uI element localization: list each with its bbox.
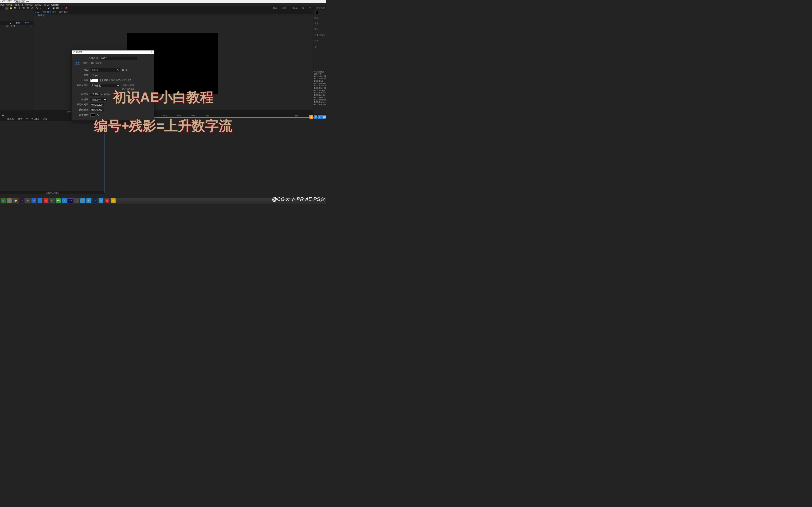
rotate-tool[interactable]: ↻	[18, 7, 21, 10]
timeline-left-footer[interactable]: 切换开关/模式	[0, 191, 105, 194]
start-button[interactable]: ⊞	[1, 199, 6, 203]
bg-color-swatch[interactable]	[91, 113, 95, 117]
taskbar-app[interactable]: K	[62, 199, 67, 203]
resolution-select[interactable]: 四分之一	[91, 98, 107, 101]
puppet-tool[interactable]: 📌	[64, 7, 68, 10]
panel-align[interactable]: 对齐	[314, 39, 326, 43]
workspace-more[interactable]: >>	[308, 7, 311, 10]
search-help[interactable]: 搜索帮助	[316, 7, 325, 10]
effects-item[interactable]: BCC Art Looks	[313, 77, 326, 80]
panel-library[interactable]: 库	[314, 45, 326, 49]
ime-lang-icon[interactable]: 中	[314, 115, 317, 119]
preset-select[interactable]: 自定义	[91, 68, 120, 72]
width-value[interactable]: 100	[91, 74, 94, 76]
effects-item[interactable]: BCC Obsolete	[313, 99, 326, 101]
workspace-small[interactable]: 小屏幕	[291, 7, 298, 10]
taskbar-app[interactable]: 🎵	[74, 199, 79, 203]
dialog-tab-advanced[interactable]: 高级	[83, 61, 88, 65]
taskbar-photoshop[interactable]: Ps	[93, 199, 97, 203]
menu-help[interactable]: 帮助(H)	[51, 3, 59, 7]
save-preset-icon[interactable]: ▦	[122, 69, 124, 71]
taskbar-wechat[interactable]: 💬	[56, 199, 61, 203]
zoom-tool[interactable]: 🔍	[14, 7, 17, 10]
taskbar-edge[interactable]: e	[87, 199, 91, 203]
hand-tool[interactable]: ✋	[9, 7, 13, 10]
pixel-aspect-select[interactable]: 方形像素	[91, 84, 120, 87]
taskbar-app[interactable]: 🔴	[44, 199, 48, 203]
panel-effects[interactable]: 效果和预设	[314, 33, 326, 37]
height-input[interactable]	[91, 78, 98, 82]
timeline-search-icon[interactable]: 🔍	[2, 115, 5, 117]
pen-tool[interactable]: ✒	[39, 7, 42, 10]
home-tool[interactable]: ⌂	[1, 7, 4, 10]
clone-tool[interactable]: ▣	[52, 7, 55, 10]
menu-layer[interactable]: 图层(L)	[6, 3, 13, 7]
start-time-input[interactable]	[91, 103, 104, 106]
effects-item[interactable]: BCC Match Move	[313, 96, 326, 99]
ime-face-icon[interactable]: ☺	[318, 115, 322, 119]
eraser-tool[interactable]: ⌫	[56, 7, 59, 10]
duration-input[interactable]	[91, 108, 104, 111]
ime-keyboard-icon[interactable]: ⌨	[322, 115, 326, 119]
taskbar-app[interactable]: 🦋	[80, 199, 85, 203]
dialog-tab-3d[interactable]: 3D 渲染器	[91, 61, 102, 65]
delete-preset-icon[interactable]: 🗑	[125, 69, 128, 71]
pan-tool[interactable]: ⊞	[26, 7, 30, 10]
workspace-library[interactable]: 库	[302, 7, 304, 10]
effects-item[interactable]: BCC 3D Objects	[313, 75, 326, 77]
anchor-tool[interactable]: ⊕	[31, 7, 34, 10]
comp-name-input[interactable]	[100, 57, 137, 60]
eyedropper-icon[interactable]: ✎	[97, 114, 99, 116]
effects-item[interactable]: BCC Film Style	[313, 87, 326, 89]
effects-item[interactable]: BCC Browser	[313, 82, 326, 84]
lock-aspect-checkbox[interactable]	[100, 79, 103, 81]
taskbar-chrome[interactable]: C	[50, 199, 54, 203]
taskbar-ie[interactable]: e	[99, 199, 103, 203]
effects-item[interactable]: BCC Key & Blend	[313, 92, 326, 94]
workspace-default[interactable]: 默认	[273, 7, 277, 10]
viewer-sub-tab[interactable]: 数字流	[34, 14, 313, 17]
taskbar-explorer[interactable]: 📁	[13, 199, 18, 203]
panel-info[interactable]: 信息	[314, 16, 326, 20]
taskbar-app[interactable]: 🌐	[7, 199, 12, 203]
taskbar-aftereffects[interactable]: Ae	[68, 199, 73, 203]
viewer-zoom[interactable]: 50%	[67, 111, 71, 113]
project-item-composition[interactable]: 合成 ⌂	[0, 25, 34, 28]
taskbar-premiere[interactable]: Pr	[19, 199, 24, 203]
effects-item[interactable]: BCC Color & Tone	[313, 84, 326, 87]
panel-audio[interactable]: 音频	[314, 21, 326, 25]
selection-tool[interactable]: ▭	[5, 7, 8, 10]
dialog-tab-basic[interactable]: 基本	[75, 61, 80, 65]
effects-item[interactable]: BCC Blur	[313, 80, 326, 82]
panel-preview[interactable]: 预览	[314, 27, 326, 32]
framerate-dropdown-icon[interactable]: ▾	[101, 93, 102, 96]
color-swatch[interactable]	[315, 11, 318, 14]
viewer-tab-controls[interactable]: ▸ ■	[36, 11, 39, 13]
dialog-titlebar[interactable]: 合成设置 ×	[72, 50, 154, 54]
rect-tool[interactable]: ▢	[35, 7, 38, 10]
taskbar-app[interactable]: 🎮	[26, 199, 30, 203]
viewer-tab-footage[interactable]: 素材 (无)	[59, 10, 68, 14]
taskbar-app[interactable]: U	[32, 199, 36, 203]
roto-tool[interactable]: ✦	[60, 7, 63, 10]
menu-composition[interactable]: 合成(C)	[0, 3, 4, 7]
effects-item[interactable]: BCC Image Restoration	[313, 89, 326, 92]
effects-item[interactable]: BCC Perspective	[313, 103, 326, 106]
taskbar-record[interactable]: 🔴	[105, 199, 109, 203]
menu-view[interactable]: 视图(V)	[34, 3, 42, 7]
effects-item[interactable]: * 动画预设	[313, 70, 326, 73]
effects-item[interactable]: BCC Lights	[313, 94, 326, 96]
dialog-close-button[interactable]: ×	[151, 50, 152, 54]
type-tool[interactable]: T	[43, 7, 47, 10]
effects-item[interactable]: BCC Particles	[313, 101, 326, 103]
menu-effect[interactable]: 效果(T)	[15, 3, 23, 7]
taskbar-app[interactable]: 🌼	[111, 199, 116, 203]
framerate-input[interactable]	[91, 93, 100, 96]
ime-sogou-icon[interactable]: S	[309, 115, 313, 119]
workspace-standard[interactable]: 标准	[282, 7, 287, 10]
viewer-tab-comp[interactable]: 合成 数字流 ≡	[41, 10, 57, 14]
menu-window[interactable]: 窗口	[44, 3, 49, 7]
camera-tool[interactable]: 📷	[22, 7, 26, 10]
taskbar-app[interactable]: 🔵	[38, 199, 42, 203]
menu-animation[interactable]: 动画(A)	[25, 3, 33, 7]
